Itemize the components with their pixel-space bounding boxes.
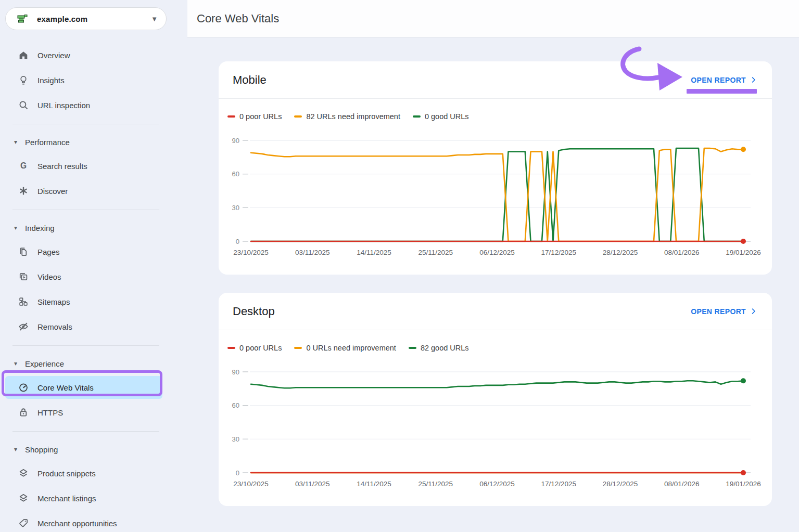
chevron-right-icon bbox=[750, 76, 757, 84]
svg-text:19/01/2026: 19/01/2026 bbox=[726, 249, 761, 256]
card-header: Desktop OPEN REPORT bbox=[219, 293, 772, 330]
home-icon bbox=[17, 49, 30, 61]
asterisk-icon bbox=[17, 185, 30, 197]
svg-text:25/11/2025: 25/11/2025 bbox=[418, 249, 453, 256]
sidebar-item-search-results[interactable]: GSearch results bbox=[0, 153, 187, 178]
sidebar-divider bbox=[12, 345, 159, 346]
open-report-link-mobile[interactable]: OPEN REPORT bbox=[691, 76, 757, 84]
sidebar-item-merchant-listings[interactable]: Merchant listings bbox=[0, 486, 187, 511]
main-content: Core Web Vitals Mobile OPEN REPORT 0 poo… bbox=[187, 0, 799, 532]
sidebar-item-merchant-opportunities[interactable]: Merchant opportunities bbox=[0, 511, 187, 532]
chart-legend: 0 poor URLs0 URLs need improvement82 goo… bbox=[219, 330, 772, 353]
sidebar-section-experience[interactable]: ▾Experience bbox=[0, 352, 187, 375]
sitemap-icon bbox=[17, 295, 30, 308]
sidebar-item-product-snippets[interactable]: Product snippets bbox=[0, 461, 187, 486]
property-selector[interactable]: example.com ▼ bbox=[5, 7, 167, 30]
sidebar-item-core-web-vitals[interactable]: Core Web Vitals bbox=[0, 375, 187, 400]
svg-text:08/01/2026: 08/01/2026 bbox=[664, 249, 700, 256]
sidebar-divider bbox=[12, 210, 159, 210]
svg-text:17/12/2025: 17/12/2025 bbox=[541, 480, 577, 488]
triangle-down-icon: ▾ bbox=[14, 360, 20, 367]
eye-off-icon bbox=[17, 320, 30, 333]
mobile-cwv-chart: 030609023/10/202503/11/202514/11/202525/… bbox=[219, 131, 772, 261]
svg-text:06/12/2025: 06/12/2025 bbox=[479, 480, 515, 488]
sidebar-item-overview[interactable]: Overview bbox=[0, 43, 187, 68]
svg-text:25/11/2025: 25/11/2025 bbox=[418, 480, 453, 488]
legend-item-0-urls-need-improvement[interactable]: 0 URLs need improvement bbox=[294, 344, 396, 352]
sidebar-item-removals[interactable]: Removals bbox=[0, 314, 187, 339]
legend-item-0-poor-urls[interactable]: 0 poor URLs bbox=[227, 112, 282, 121]
svg-text:03/11/2025: 03/11/2025 bbox=[295, 480, 330, 488]
svg-text:14/11/2025: 14/11/2025 bbox=[357, 480, 391, 488]
svg-text:0: 0 bbox=[236, 469, 239, 477]
card-header: Mobile OPEN REPORT bbox=[219, 61, 772, 98]
legend-dash-icon bbox=[413, 115, 421, 118]
desktop-cwv-chart: 030609023/10/202503/11/202514/11/202525/… bbox=[219, 362, 772, 492]
svg-text:06/12/2025: 06/12/2025 bbox=[479, 249, 515, 256]
triangle-down-icon: ▾ bbox=[14, 139, 20, 145]
sidebar-item-https[interactable]: HTTPS bbox=[0, 400, 187, 425]
layers-icon bbox=[17, 492, 30, 504]
property-name: example.com bbox=[37, 15, 87, 23]
sidebar-section-shopping[interactable]: ▾Shopping bbox=[0, 438, 187, 461]
svg-text:30: 30 bbox=[232, 204, 239, 212]
sidebar-item-insights[interactable]: Insights bbox=[0, 68, 187, 93]
chevron-right-icon bbox=[750, 307, 757, 315]
open-report-link-desktop[interactable]: OPEN REPORT bbox=[691, 307, 757, 316]
sidebar-divider bbox=[12, 124, 159, 124]
legend-item-0-good-urls[interactable]: 0 good URLs bbox=[413, 112, 469, 121]
pages-icon bbox=[17, 245, 30, 258]
svg-text:23/10/2025: 23/10/2025 bbox=[233, 249, 269, 256]
svg-text:08/01/2026: 08/01/2026 bbox=[664, 480, 700, 488]
sidebar-nav: OverviewInsightsURL inspection▾Performan… bbox=[0, 43, 187, 532]
svg-text:28/12/2025: 28/12/2025 bbox=[603, 249, 638, 256]
legend-dash-icon bbox=[409, 347, 416, 349]
svg-text:19/01/2026: 19/01/2026 bbox=[726, 480, 761, 488]
desktop-card: Desktop OPEN REPORT 0 poor URLs0 URLs ne… bbox=[219, 293, 772, 506]
sidebar-item-sitemaps[interactable]: Sitemaps bbox=[0, 289, 187, 314]
sidebar-divider bbox=[12, 431, 159, 432]
legend-item-82-good-urls[interactable]: 82 good URLs bbox=[409, 344, 469, 352]
sidebar-item-discover[interactable]: Discover bbox=[0, 178, 187, 203]
search-icon bbox=[17, 99, 30, 111]
card-title: Desktop bbox=[233, 305, 275, 318]
caret-down-icon: ▼ bbox=[151, 15, 158, 23]
sidebar-section-indexing[interactable]: ▾Indexing bbox=[0, 216, 187, 239]
svg-text:30: 30 bbox=[232, 435, 239, 443]
lock-icon bbox=[17, 406, 30, 419]
svg-text:60: 60 bbox=[232, 170, 239, 178]
google-g-icon: G bbox=[17, 160, 30, 172]
sidebar-item-videos[interactable]: Videos bbox=[0, 264, 187, 289]
svg-text:23/10/2025: 23/10/2025 bbox=[233, 480, 269, 488]
tag-icon bbox=[17, 517, 30, 529]
svg-text:60: 60 bbox=[232, 401, 239, 409]
legend-item-82-urls-need-improvement[interactable]: 82 URLs need improvement bbox=[294, 112, 400, 121]
svg-text:14/11/2025: 14/11/2025 bbox=[357, 249, 391, 256]
card-title: Mobile bbox=[233, 73, 267, 87]
legend-dash-icon bbox=[227, 347, 235, 349]
svg-text:90: 90 bbox=[232, 368, 239, 376]
page-header: Core Web Vitals bbox=[187, 0, 799, 37]
mobile-card: Mobile OPEN REPORT 0 poor URLs82 URLs ne… bbox=[219, 61, 772, 275]
triangle-down-icon: ▾ bbox=[14, 225, 20, 231]
layers-icon bbox=[17, 467, 30, 479]
legend-dash-icon bbox=[294, 347, 302, 349]
page-title: Core Web Vitals bbox=[197, 12, 279, 25]
chart-legend: 0 poor URLs82 URLs need improvement0 goo… bbox=[219, 99, 772, 122]
sidebar-item-pages[interactable]: Pages bbox=[0, 239, 187, 264]
sidebar-section-performance[interactable]: ▾Performance bbox=[0, 131, 187, 153]
video-icon bbox=[17, 270, 30, 283]
svg-text:G: G bbox=[20, 161, 27, 170]
speedometer-icon bbox=[17, 381, 30, 394]
sidebar-item-url-inspection[interactable]: URL inspection bbox=[0, 93, 187, 118]
bulb-icon bbox=[17, 74, 30, 86]
svg-text:17/12/2025: 17/12/2025 bbox=[541, 249, 577, 256]
sidebar: example.com ▼ OverviewInsightsURL inspec… bbox=[0, 0, 187, 532]
site-favicon-icon bbox=[15, 11, 30, 26]
legend-item-0-poor-urls[interactable]: 0 poor URLs bbox=[227, 344, 282, 352]
triangle-down-icon: ▾ bbox=[14, 446, 20, 452]
legend-dash-icon bbox=[227, 115, 235, 118]
legend-dash-icon bbox=[294, 115, 302, 118]
svg-text:28/12/2025: 28/12/2025 bbox=[603, 480, 638, 488]
report-cards: Mobile OPEN REPORT 0 poor URLs82 URLs ne… bbox=[187, 37, 799, 506]
